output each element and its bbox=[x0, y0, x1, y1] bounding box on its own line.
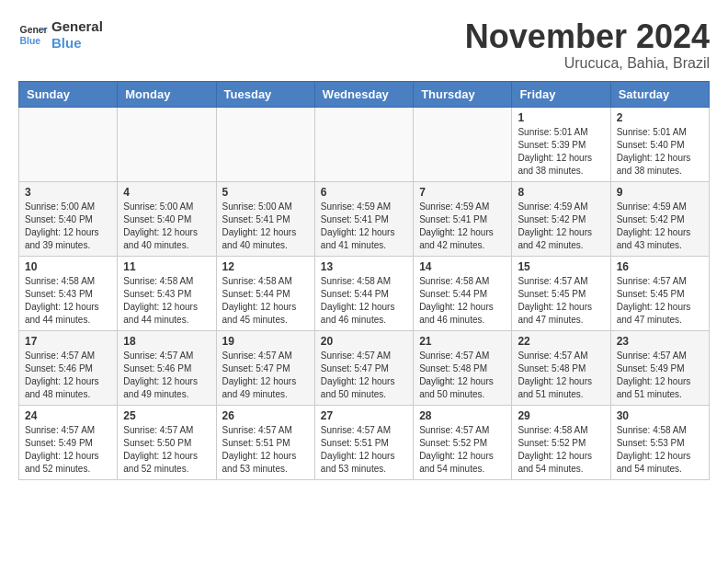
day-info: Sunrise: 4:58 AMSunset: 5:43 PMDaylight:… bbox=[123, 275, 210, 327]
day-info: Sunrise: 5:01 AMSunset: 5:40 PMDaylight:… bbox=[617, 126, 703, 178]
calendar-cell: 17Sunrise: 4:57 AMSunset: 5:46 PMDayligh… bbox=[19, 330, 118, 405]
day-number: 10 bbox=[25, 260, 111, 273]
location: Urucuca, Bahia, Brazil bbox=[465, 55, 710, 72]
day-info: Sunrise: 4:59 AMSunset: 5:42 PMDaylight:… bbox=[617, 201, 703, 252]
day-info: Sunrise: 4:58 AMSunset: 5:53 PMDaylight:… bbox=[617, 424, 703, 476]
day-info: Sunrise: 4:58 AMSunset: 5:44 PMDaylight:… bbox=[222, 275, 309, 327]
calendar-cell: 11Sunrise: 4:58 AMSunset: 5:43 PMDayligh… bbox=[118, 256, 216, 330]
calendar-cell bbox=[118, 107, 216, 181]
day-number: 5 bbox=[222, 186, 309, 199]
calendar-cell: 26Sunrise: 4:57 AMSunset: 5:51 PMDayligh… bbox=[216, 405, 314, 479]
day-info: Sunrise: 4:58 AMSunset: 5:52 PMDaylight:… bbox=[518, 424, 604, 476]
calendar-cell bbox=[314, 107, 413, 181]
calendar-cell: 18Sunrise: 4:57 AMSunset: 5:46 PMDayligh… bbox=[118, 330, 216, 405]
day-number: 1 bbox=[518, 111, 604, 124]
day-number: 26 bbox=[222, 409, 309, 422]
calendar-week-row: 10Sunrise: 4:58 AMSunset: 5:43 PMDayligh… bbox=[19, 256, 710, 330]
calendar-cell: 9Sunrise: 4:59 AMSunset: 5:42 PMDaylight… bbox=[610, 181, 709, 256]
calendar-cell: 20Sunrise: 4:57 AMSunset: 5:47 PMDayligh… bbox=[314, 330, 413, 405]
title-block: November 2024 Urucuca, Bahia, Brazil bbox=[465, 18, 710, 72]
calendar-week-row: 24Sunrise: 4:57 AMSunset: 5:49 PMDayligh… bbox=[19, 405, 710, 479]
calendar-cell: 6Sunrise: 4:59 AMSunset: 5:41 PMDaylight… bbox=[314, 181, 413, 256]
day-info: Sunrise: 4:57 AMSunset: 5:46 PMDaylight:… bbox=[123, 350, 210, 401]
page-header: General Blue General Blue November 2024 … bbox=[18, 18, 710, 72]
day-number: 2 bbox=[617, 111, 703, 124]
calendar-cell: 5Sunrise: 5:00 AMSunset: 5:41 PMDaylight… bbox=[216, 181, 314, 256]
calendar-cell: 16Sunrise: 4:57 AMSunset: 5:45 PMDayligh… bbox=[610, 256, 709, 330]
day-info: Sunrise: 5:00 AMSunset: 5:40 PMDaylight:… bbox=[123, 201, 210, 252]
day-info: Sunrise: 4:57 AMSunset: 5:46 PMDaylight:… bbox=[25, 350, 111, 401]
calendar-cell: 2Sunrise: 5:01 AMSunset: 5:40 PMDaylight… bbox=[610, 107, 709, 181]
day-number: 15 bbox=[518, 260, 604, 273]
calendar-cell: 25Sunrise: 4:57 AMSunset: 5:50 PMDayligh… bbox=[118, 405, 216, 479]
calendar-cell: 29Sunrise: 4:58 AMSunset: 5:52 PMDayligh… bbox=[512, 405, 610, 479]
day-info: Sunrise: 4:57 AMSunset: 5:50 PMDaylight:… bbox=[123, 424, 210, 476]
day-info: Sunrise: 4:58 AMSunset: 5:44 PMDaylight:… bbox=[419, 275, 506, 327]
calendar-cell: 13Sunrise: 4:58 AMSunset: 5:44 PMDayligh… bbox=[314, 256, 413, 330]
day-number: 29 bbox=[518, 409, 604, 422]
day-info: Sunrise: 5:01 AMSunset: 5:39 PMDaylight:… bbox=[518, 126, 604, 178]
calendar-cell: 30Sunrise: 4:58 AMSunset: 5:53 PMDayligh… bbox=[610, 405, 709, 479]
column-header-tuesday: Tuesday bbox=[216, 81, 314, 107]
calendar-cell: 10Sunrise: 4:58 AMSunset: 5:43 PMDayligh… bbox=[19, 256, 118, 330]
calendar-cell: 22Sunrise: 4:57 AMSunset: 5:48 PMDayligh… bbox=[512, 330, 610, 405]
day-number: 16 bbox=[617, 260, 703, 273]
day-number: 19 bbox=[222, 335, 309, 348]
day-number: 3 bbox=[25, 186, 111, 199]
day-number: 28 bbox=[419, 409, 506, 422]
day-number: 27 bbox=[321, 409, 407, 422]
day-info: Sunrise: 4:57 AMSunset: 5:51 PMDaylight:… bbox=[321, 424, 407, 476]
day-info: Sunrise: 4:57 AMSunset: 5:52 PMDaylight:… bbox=[419, 424, 506, 476]
column-header-thursday: Thursday bbox=[414, 81, 512, 107]
day-number: 20 bbox=[321, 335, 407, 348]
day-info: Sunrise: 5:00 AMSunset: 5:41 PMDaylight:… bbox=[222, 201, 309, 252]
day-info: Sunrise: 4:59 AMSunset: 5:41 PMDaylight:… bbox=[321, 201, 407, 252]
column-header-friday: Friday bbox=[512, 81, 610, 107]
column-header-saturday: Saturday bbox=[610, 81, 709, 107]
calendar-cell: 27Sunrise: 4:57 AMSunset: 5:51 PMDayligh… bbox=[314, 405, 413, 479]
day-number: 7 bbox=[419, 186, 506, 199]
day-info: Sunrise: 4:58 AMSunset: 5:43 PMDaylight:… bbox=[25, 275, 111, 327]
day-info: Sunrise: 4:57 AMSunset: 5:48 PMDaylight:… bbox=[419, 350, 506, 401]
calendar-cell: 23Sunrise: 4:57 AMSunset: 5:49 PMDayligh… bbox=[610, 330, 709, 405]
day-number: 23 bbox=[617, 335, 703, 348]
day-info: Sunrise: 4:59 AMSunset: 5:42 PMDaylight:… bbox=[518, 201, 604, 252]
svg-text:Blue: Blue bbox=[20, 36, 41, 46]
calendar-table: SundayMondayTuesdayWednesdayThursdayFrid… bbox=[18, 81, 710, 480]
calendar-cell: 24Sunrise: 4:57 AMSunset: 5:49 PMDayligh… bbox=[19, 405, 118, 479]
column-header-sunday: Sunday bbox=[19, 81, 118, 107]
day-number: 14 bbox=[419, 260, 506, 273]
calendar-cell: 14Sunrise: 4:58 AMSunset: 5:44 PMDayligh… bbox=[414, 256, 512, 330]
day-info: Sunrise: 4:57 AMSunset: 5:51 PMDaylight:… bbox=[222, 424, 309, 476]
day-info: Sunrise: 4:58 AMSunset: 5:44 PMDaylight:… bbox=[321, 275, 407, 327]
day-number: 8 bbox=[518, 186, 604, 199]
calendar-cell: 28Sunrise: 4:57 AMSunset: 5:52 PMDayligh… bbox=[414, 405, 512, 479]
day-number: 18 bbox=[123, 335, 210, 348]
day-number: 21 bbox=[419, 335, 506, 348]
logo-icon: General Blue bbox=[18, 20, 48, 50]
day-number: 11 bbox=[123, 260, 210, 273]
day-number: 12 bbox=[222, 260, 309, 273]
logo-general: General bbox=[51, 18, 103, 35]
day-number: 22 bbox=[518, 335, 604, 348]
calendar-week-row: 1Sunrise: 5:01 AMSunset: 5:39 PMDaylight… bbox=[19, 107, 710, 181]
calendar-cell: 21Sunrise: 4:57 AMSunset: 5:48 PMDayligh… bbox=[414, 330, 512, 405]
day-number: 6 bbox=[321, 186, 407, 199]
calendar-cell bbox=[19, 107, 118, 181]
day-info: Sunrise: 4:57 AMSunset: 5:45 PMDaylight:… bbox=[617, 275, 703, 327]
calendar-week-row: 3Sunrise: 5:00 AMSunset: 5:40 PMDaylight… bbox=[19, 181, 710, 256]
day-info: Sunrise: 4:57 AMSunset: 5:47 PMDaylight:… bbox=[321, 350, 407, 401]
day-info: Sunrise: 4:57 AMSunset: 5:48 PMDaylight:… bbox=[518, 350, 604, 401]
day-info: Sunrise: 4:57 AMSunset: 5:49 PMDaylight:… bbox=[25, 424, 111, 476]
day-info: Sunrise: 4:57 AMSunset: 5:49 PMDaylight:… bbox=[617, 350, 703, 401]
calendar-cell: 15Sunrise: 4:57 AMSunset: 5:45 PMDayligh… bbox=[512, 256, 610, 330]
day-number: 9 bbox=[617, 186, 703, 199]
calendar-cell: 1Sunrise: 5:01 AMSunset: 5:39 PMDaylight… bbox=[512, 107, 610, 181]
column-header-monday: Monday bbox=[118, 81, 216, 107]
day-info: Sunrise: 4:57 AMSunset: 5:45 PMDaylight:… bbox=[518, 275, 604, 327]
column-header-wednesday: Wednesday bbox=[314, 81, 413, 107]
day-number: 25 bbox=[123, 409, 210, 422]
calendar-cell bbox=[216, 107, 314, 181]
calendar-week-row: 17Sunrise: 4:57 AMSunset: 5:46 PMDayligh… bbox=[19, 330, 710, 405]
calendar-cell bbox=[414, 107, 512, 181]
